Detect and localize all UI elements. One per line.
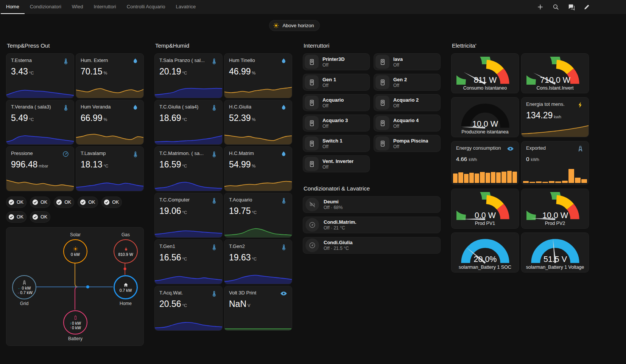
sensor-unit: mbar <box>39 164 48 168</box>
switch-printer3d[interactable]: Printer3D Off <box>303 53 370 70</box>
thermometer-icon <box>210 290 218 297</box>
gauge-value: 710.0 W <box>540 76 571 85</box>
section-title-elettricita: Elettricita' <box>452 42 589 49</box>
gauge-produzione-istantanea[interactable]: 10.0 WProduzione istantanea <box>451 97 519 137</box>
sensor-unit: °C <box>182 210 187 215</box>
tab-home[interactable]: Home <box>1 0 25 14</box>
sun-chip[interactable]: Above horizon <box>269 20 319 31</box>
ok-chip[interactable]: OK <box>54 197 74 208</box>
sensor-card-t-c-giulia-sala4[interactable]: T.C.Giulia ( sala4) 18.69°C <box>154 100 223 145</box>
switch-state: Off <box>322 164 353 170</box>
light-switch-icon <box>375 96 389 110</box>
sensor-card-pressione[interactable]: Pressione 996.48mbar <box>6 146 74 191</box>
energy-distribution-card[interactable]: 0 kWSolar810.9 WGas←0 kW→0.7 kWGrid0.7 k… <box>6 227 144 346</box>
tab-controlli-acquario[interactable]: Controlli Acquario <box>121 0 171 14</box>
gauge-solarman-battery-1-voltage[interactable]: 51.5 Vsolarman_Battery 1 Voltage <box>521 232 589 273</box>
ok-chip[interactable]: OK <box>101 197 122 208</box>
gauge-cons-istant-invert[interactable]: 710.0 WCons.Istant.Invert <box>521 53 589 93</box>
forum-button[interactable] <box>565 1 577 13</box>
gauge-consumo-istantaneo[interactable]: 811 WConsumo Istantaneo <box>451 53 519 93</box>
sensor-card-t-lavalamp[interactable]: T.Lavalamp 18.13°C <box>76 146 144 191</box>
sun-icon <box>73 246 78 252</box>
sensor-card-h-c-giulia[interactable]: H.C.Giulia 52.39% <box>224 100 292 145</box>
switch-name: lava <box>393 56 403 62</box>
sensor-value: 19.06 <box>159 206 181 216</box>
energy-node-battery[interactable]: ↓0 kW↑0 kW <box>63 310 87 335</box>
sensor-card-t-c-computer[interactable]: T.C.Computer 19.06°C <box>154 193 223 238</box>
switch-gen-2[interactable]: Gen 2 Off <box>374 74 441 91</box>
sensor-card-t-gen2[interactable]: T.Gen2 19.63°C <box>224 239 292 284</box>
switch-switch-1[interactable]: Switch 1 Off <box>303 135 370 152</box>
sensor-card-hum-tinello[interactable]: Hum Tinello 46.99% <box>224 53 292 98</box>
sensor-card-t-sala-pranzo-sal[interactable]: T.Sala Pranzo ( sal... 20.19°C <box>154 53 223 98</box>
ok-chip[interactable]: OK <box>6 197 26 208</box>
sensor-card-t-esterna[interactable]: T.Esterna 3.43°C <box>6 53 74 98</box>
search-button[interactable] <box>550 1 562 13</box>
sensor-card-h-c-matrim[interactable]: H.C.Matrim 54.99% <box>224 146 292 191</box>
gauge-prod-pv1[interactable]: 0.0 WProd PV1 <box>451 189 519 229</box>
gauge-prod-pv2[interactable]: 10.0 WProd PV2 <box>521 189 589 229</box>
sensor-card-volt-3d-print[interactable]: Volt 3D Print NaNV <box>224 286 292 331</box>
energy-node-solar[interactable]: 0 kW <box>63 239 87 263</box>
ok-chip[interactable]: OK <box>6 211 26 223</box>
sensor-card-hum-veranda[interactable]: Hum Veranda 66.99% <box>76 100 144 145</box>
sensor-card-t-acquario[interactable]: T.Acquario 19.75°C <box>224 193 292 238</box>
trend-chart <box>521 122 589 137</box>
clima-deumi[interactable]: Deumi Off · 68% <box>303 196 441 213</box>
thermometer-icon <box>210 243 218 251</box>
switch-state: Off <box>322 103 344 108</box>
clima-condi-giulia[interactable]: Condi.Giulia Off · 21.5 °C <box>303 237 441 254</box>
card-exported[interactable]: Exported 0 kWh <box>521 141 589 185</box>
trend-chart <box>76 127 144 145</box>
sensor-value: 18.13 <box>81 160 103 169</box>
ok-chip-label: OK <box>40 214 47 220</box>
switch-lava[interactable]: lava Off <box>374 53 441 70</box>
card-energia-tot-mens[interactable]: Energia tot mens. 134.29kwh <box>521 97 589 137</box>
pencil-button[interactable] <box>581 1 593 13</box>
sensor-value: NaN <box>229 299 246 309</box>
light-switch-icon <box>305 75 319 89</box>
ok-chip[interactable]: OK <box>30 197 50 208</box>
sensor-card-t-c-matrimon-sa[interactable]: T.C.Matrimon. ( sa... 16.59°C <box>154 146 223 191</box>
plus-button[interactable] <box>534 1 546 13</box>
tab-condizionatori[interactable]: Condizionatori <box>25 0 67 14</box>
energy-node-grid[interactable]: ←0 kW→0.7 kW <box>12 275 36 299</box>
sensor-card-t-gen1[interactable]: T.Gen1 16.56°C <box>154 239 223 284</box>
card-energy-consumption[interactable]: Energy consumption 4.66 kWh <box>451 141 519 185</box>
sensor-card-hum-extern[interactable]: Hum. Extern 70.15% <box>76 53 144 98</box>
trend-chart <box>224 220 292 238</box>
switch-pompa-piscina[interactable]: Pompa Piscina Off <box>374 135 441 152</box>
sensor-unit: °C <box>29 117 34 122</box>
tab-interruttori[interactable]: Interruttori <box>88 0 121 14</box>
ok-chip-label: OK <box>40 200 47 205</box>
sensor-card-t-acq-wat[interactable]: T.Acq.Wat. 20.56°C <box>154 286 223 331</box>
switch-acquario[interactable]: Acquario Off <box>303 94 370 111</box>
switch-acquario-4[interactable]: Acquario 4 Off <box>374 115 441 132</box>
sensor-value: 19.75 <box>229 206 251 216</box>
ok-chip[interactable]: OK <box>30 211 50 223</box>
switch-gen-1[interactable]: Gen 1 Off <box>303 74 370 91</box>
sensor-card-t-veranda-sala3[interactable]: T.Veranda ( sala3) 5.49°C <box>6 100 74 145</box>
top-bar-actions <box>534 0 626 14</box>
clima-condi-matrim[interactable]: Condi.Matrim. Off · 21 °C <box>303 217 441 233</box>
light-switch-icon <box>305 55 319 69</box>
energy-node-home[interactable]: 0.7 kW <box>114 275 138 299</box>
gauge-value: 10.0 W <box>542 211 568 220</box>
energy-node-gas[interactable]: 810.9 W <box>114 239 138 263</box>
switch-acquario-3[interactable]: Acquario 3 Off <box>303 115 370 132</box>
section-title-clima: Condizionatori & Lavatrice <box>304 185 441 192</box>
gauge-label: Prod PV1 <box>475 221 495 226</box>
humidity-icon <box>280 104 287 111</box>
sensor-unit: °C <box>182 71 187 75</box>
switch-vent-inverter[interactable]: Vent. Inverter Off <box>303 155 370 172</box>
tab-wled[interactable]: Wled <box>67 0 89 14</box>
switch-name: Pompa Piscina <box>393 138 428 144</box>
light-switch-icon <box>375 116 389 130</box>
search-icon <box>552 3 559 11</box>
switch-acquario-2[interactable]: Acquario 2 Off <box>374 94 441 111</box>
trend-chart <box>224 81 292 98</box>
tab-lavatrice[interactable]: Lavatrice <box>171 0 201 14</box>
gauge: 51.5 V <box>526 236 584 264</box>
gauge-solarman-battery-1-soc[interactable]: 20.0%solarman_Battery 1 SOC <box>451 232 519 273</box>
ok-chip[interactable]: OK <box>78 197 98 208</box>
